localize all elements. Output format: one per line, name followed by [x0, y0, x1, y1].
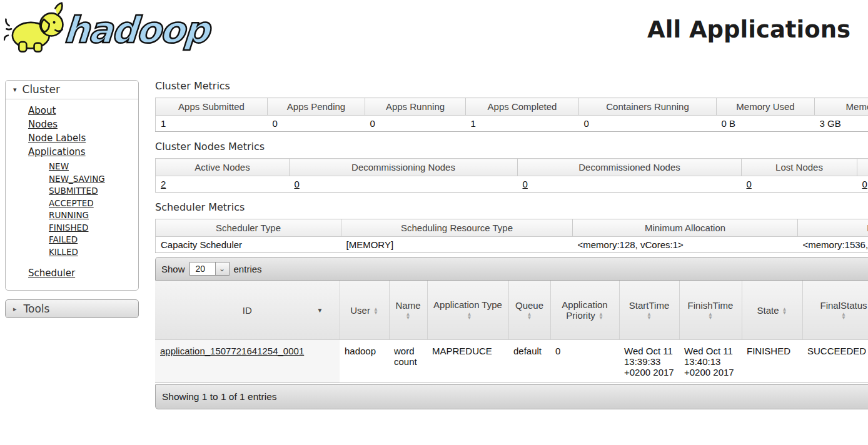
column-header-user[interactable]: User▲▼ [340, 281, 389, 340]
node-labels-link[interactable]: Node Labels [28, 132, 86, 144]
sort-icon: ▲▼ [404, 312, 413, 320]
value-memory-used: 0 B [717, 116, 815, 132]
header-decommissioned-nodes: Decommissioned Nodes [518, 159, 742, 176]
column-header-state[interactable]: State▲▼ [742, 281, 802, 340]
nodes-link[interactable]: Nodes [28, 119, 58, 130]
column-header-queue[interactable]: Queue▲▼ [508, 281, 550, 340]
tools-nav-header[interactable]: ▸ Tools [5, 299, 139, 318]
value-scheduler-type: Capacity Scheduler [156, 237, 341, 253]
header-apps-completed: Apps Completed [466, 98, 579, 116]
hadoop-logo-text: hadoop [63, 9, 210, 51]
cell-user: hadoop [340, 340, 389, 383]
nodes-metrics-header-row: Active Nodes Decommissioning Nodes Decom… [156, 159, 868, 176]
sidebar: ▾ Cluster About Nodes Node Labels Applic… [5, 80, 139, 318]
column-header-application-type[interactable]: Application Type▲▼ [427, 281, 508, 340]
value-apps-pending: 0 [268, 116, 365, 132]
state-accepted-link[interactable]: ACCEPTED [49, 198, 94, 208]
value-decommissioned-nodes: 0 [518, 176, 742, 192]
column-header-id[interactable]: ID ▼ [155, 281, 340, 340]
cluster-nodes-metrics-title: Cluster Nodes Metrics [155, 141, 868, 152]
chevron-down-icon: ⌄ [215, 262, 229, 275]
sort-descending-icon: ▼ [317, 307, 323, 314]
scheduler-metrics-title: Scheduler Metrics [155, 201, 868, 213]
applications-header-row: ID ▼ User▲▼ Name▲▼ Application Type▲▼ [155, 281, 868, 340]
hadoop-logo: hadoop [4, 1, 208, 59]
sidebar-item-scheduler: Scheduler [28, 266, 138, 280]
header-scheduling-resource-type: Scheduling Resource Type [341, 219, 573, 237]
application-row: application_1507721641254_0001 hadoop wo… [155, 340, 868, 383]
tools-nav-label: Tools [24, 302, 50, 315]
sidebar-item-killed: KILLED [49, 246, 138, 259]
active-nodes-link[interactable]: 2 [161, 179, 166, 189]
sidebar-item-failed: FAILED [49, 234, 138, 246]
yarn-all-applications-page: hadoop All Applications ▾ Cluster About … [0, 0, 868, 445]
header-memory-used: Memory Used [717, 98, 815, 116]
hadoop-elephant-icon [4, 1, 69, 59]
header-containers-running: Containers Running [579, 98, 717, 116]
cell-name: word count [389, 340, 427, 383]
column-header-starttime[interactable]: StartTime▲▼ [619, 281, 679, 340]
scheduler-metrics-table: Scheduler Type Scheduling Resource Type … [155, 219, 868, 253]
sidebar-item-running: RUNNING [49, 209, 138, 222]
header-apps-pending: Apps Pending [268, 98, 365, 116]
column-header-name[interactable]: Name▲▼ [389, 281, 427, 340]
applications-link[interactable]: Applications [28, 146, 86, 158]
sidebar-item-new-saving: NEW_SAVING [49, 173, 138, 186]
cluster-nodes-metrics-table: Active Nodes Decommissioning Nodes Decom… [155, 158, 868, 192]
cluster-metrics-title: Cluster Metrics [155, 80, 868, 92]
lost-nodes-link[interactable]: 0 [747, 179, 752, 189]
show-label: Show [161, 264, 185, 274]
decommissioning-nodes-link[interactable]: 0 [295, 179, 300, 189]
state-failed-link[interactable]: FAILED [49, 234, 78, 244]
decommissioned-nodes-link[interactable]: 0 [523, 179, 528, 189]
scheduler-metrics-header-row: Scheduler Type Scheduling Resource Type … [156, 219, 868, 237]
state-finished-link[interactable]: FINISHED [49, 222, 88, 232]
state-submitted-link[interactable]: SUBMITTED [49, 186, 98, 196]
cell-application-type: MAPREDUCE [427, 340, 508, 383]
column-header-finalstatus[interactable]: FinalStatus▲▼ [802, 281, 868, 340]
value-scheduling-resource-type: [MEMORY] [341, 237, 573, 253]
sort-icon: ▲▼ [467, 312, 472, 320]
value-apps-completed: 1 [466, 116, 579, 132]
unhealthy-nodes-link[interactable]: 0 [862, 179, 867, 189]
column-header-finishtime[interactable]: FinishTime▲▼ [679, 281, 742, 340]
cell-state: FINISHED [742, 340, 802, 383]
state-killed-link[interactable]: KILLED [49, 247, 78, 257]
state-running-link[interactable]: RUNNING [49, 210, 89, 220]
sidebar-item-node-labels: Node Labels [28, 131, 138, 145]
about-link[interactable]: About [28, 105, 56, 116]
sidebar-item-submitted: SUBMITTED [49, 185, 138, 198]
sidebar-item-accepted: ACCEPTED [49, 198, 138, 210]
header-active-nodes: Active Nodes [156, 159, 290, 176]
value-minimum-allocation: <memory:128, vCores:1> [573, 237, 798, 253]
state-new-saving-link[interactable]: NEW_SAVING [49, 174, 105, 184]
apps-table-footer: Showing 1 to 1 of 1 entries [155, 384, 868, 409]
value-containers-running: 0 [579, 116, 717, 132]
cell-finish-time: Wed Oct 11 13:40:13 +0200 2017 [679, 340, 742, 383]
sidebar-item-nodes: Nodes [28, 118, 138, 131]
app-state-links: NEW NEW_SAVING SUBMITTED ACCEPTED RUNNIN… [28, 161, 138, 258]
cell-application-id: application_1507721641254_0001 [155, 340, 340, 383]
value-memory-total: 3 GB [815, 116, 868, 132]
chevron-right-icon: ▸ [13, 305, 17, 313]
sidebar-item-new: NEW [49, 161, 138, 173]
state-new-link[interactable]: NEW [49, 161, 69, 171]
cluster-nav-panel: ▾ Cluster About Nodes Node Labels Applic… [5, 80, 139, 291]
application-id-link[interactable]: application_1507721641254_0001 [160, 346, 304, 356]
cluster-nav-header[interactable]: ▾ Cluster [6, 81, 138, 99]
cell-queue: default [508, 340, 550, 383]
header-lost-nodes: Lost Nodes [742, 159, 857, 176]
column-header-application-priority[interactable]: Application Priority▲▼ [550, 281, 619, 340]
sort-icon: ▲▼ [525, 312, 534, 320]
header-decommissioning-nodes: Decommissioning Nodes [290, 159, 518, 176]
cluster-nav-label: Cluster [23, 83, 60, 96]
sort-icon: ▲▼ [839, 312, 848, 320]
scheduler-link[interactable]: Scheduler [28, 268, 75, 279]
page-size-select[interactable]: 20 ⌄ [189, 262, 230, 276]
page-title: All Applications [647, 16, 850, 43]
showing-entries-status: Showing 1 to 1 of 1 entries [162, 391, 277, 402]
header-maximum-allocation: Maximum Allocation [798, 219, 868, 237]
sidebar-item-about: About [28, 104, 138, 118]
value-maximum-allocation: <memory:1536, vCores:4> [798, 237, 868, 253]
page-header: hadoop All Applications [0, 0, 868, 65]
